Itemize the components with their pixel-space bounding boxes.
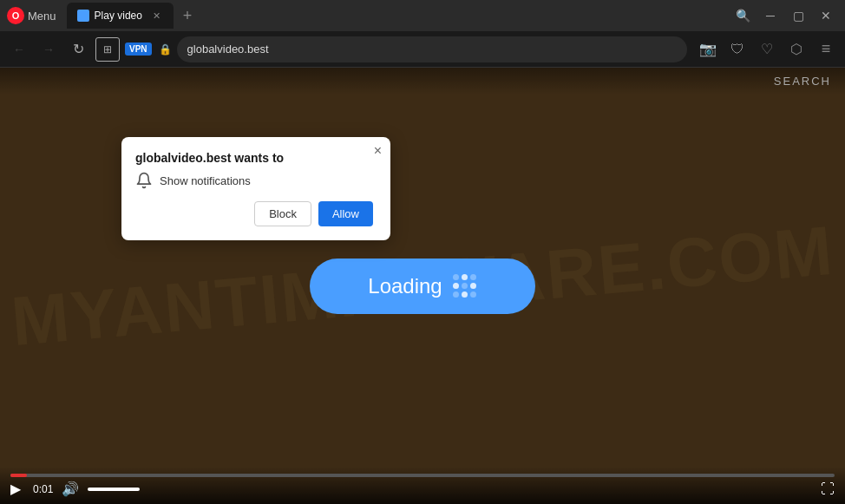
dot-4 bbox=[453, 283, 459, 289]
heart-icon[interactable]: ♡ bbox=[755, 37, 779, 62]
window-controls: 🔍 ─ ▢ ✕ bbox=[730, 3, 838, 28]
active-tab[interactable]: Play video ✕ bbox=[67, 3, 174, 29]
back-button[interactable]: ← bbox=[7, 37, 31, 62]
progress-bar[interactable] bbox=[10, 474, 835, 477]
shield-icon[interactable]: 🛡 bbox=[725, 37, 750, 62]
play-button[interactable]: ▶ bbox=[10, 481, 21, 497]
new-tab-button[interactable]: + bbox=[175, 3, 200, 28]
volume-button[interactable]: 🔊 bbox=[62, 481, 79, 497]
address-bar: ← → ↻ ⊞ VPN 🔒 📷 🛡 ♡ ⬡ ≡ bbox=[0, 31, 845, 68]
popup-title: globalvideo.best wants to bbox=[135, 151, 373, 165]
toolbar-icons: 📷 🛡 ♡ ⬡ ≡ bbox=[696, 37, 838, 62]
minimize-button[interactable]: ─ bbox=[758, 3, 783, 28]
loading-spinner bbox=[453, 274, 477, 298]
loading-container: Loading bbox=[310, 259, 535, 314]
loading-label: Loading bbox=[368, 274, 442, 298]
tab-title: Play video bbox=[95, 10, 142, 22]
maximize-button[interactable]: ▢ bbox=[786, 3, 810, 28]
loading-button[interactable]: Loading bbox=[310, 259, 535, 314]
popup-permission: Show notifications bbox=[135, 172, 373, 189]
dot-9 bbox=[470, 291, 476, 298]
dot-6 bbox=[470, 283, 476, 289]
progress-fill bbox=[10, 474, 27, 477]
forward-button[interactable]: → bbox=[36, 37, 61, 62]
vpn-badge[interactable]: VPN bbox=[125, 43, 152, 56]
fullscreen-button[interactable]: ⛶ bbox=[821, 481, 835, 497]
camera-icon[interactable]: 📷 bbox=[696, 37, 720, 62]
search-button[interactable]: 🔍 bbox=[730, 3, 755, 28]
refresh-button[interactable]: ↻ bbox=[66, 37, 90, 62]
url-bar[interactable] bbox=[177, 36, 687, 62]
popup-buttons: Block Allow bbox=[135, 201, 373, 226]
menu-label[interactable]: Menu bbox=[28, 10, 56, 23]
opera-logo: O bbox=[7, 7, 24, 24]
controls-row: ▶ 0:01 🔊 ⛶ bbox=[10, 481, 835, 497]
time-display: 0:01 bbox=[33, 483, 53, 495]
notification-bell-icon bbox=[135, 172, 153, 189]
tab-bar: Play video ✕ + bbox=[67, 3, 727, 29]
dot-8 bbox=[462, 291, 468, 298]
tab-favicon bbox=[77, 10, 89, 22]
lock-icon: 🔒 bbox=[159, 43, 172, 56]
page-content: MYANTIMALWARE.COM SEARCH Loading bbox=[0, 68, 845, 504]
video-header: SEARCH bbox=[0, 68, 845, 95]
notification-popup: × globalvideo.best wants to Show notific… bbox=[121, 137, 390, 240]
dot-2 bbox=[462, 274, 468, 280]
tab-close-button[interactable]: ✕ bbox=[151, 10, 163, 22]
title-bar: O Menu Play video ✕ + 🔍 ─ ▢ ✕ bbox=[0, 0, 845, 31]
dot-1 bbox=[453, 274, 459, 280]
dot-7 bbox=[453, 291, 459, 298]
search-label: SEARCH bbox=[774, 75, 831, 88]
wallet-icon[interactable]: ⬡ bbox=[784, 37, 809, 62]
block-button[interactable]: Block bbox=[254, 201, 311, 226]
tab-grid-button[interactable]: ⊞ bbox=[95, 37, 120, 62]
allow-button[interactable]: Allow bbox=[318, 201, 373, 226]
dot-3 bbox=[470, 274, 476, 280]
popup-close-button[interactable]: × bbox=[374, 144, 382, 158]
permission-text: Show notifications bbox=[160, 174, 251, 187]
volume-bar[interactable] bbox=[88, 488, 140, 491]
close-button[interactable]: ✕ bbox=[814, 3, 838, 28]
main-menu-button[interactable]: ≡ bbox=[814, 37, 838, 62]
dot-5 bbox=[462, 283, 468, 289]
video-controls: ▶ 0:01 🔊 ⛶ bbox=[0, 467, 845, 504]
browser-chrome: O Menu Play video ✕ + 🔍 ─ ▢ ✕ ← → ↻ ⊞ VP… bbox=[0, 0, 845, 68]
